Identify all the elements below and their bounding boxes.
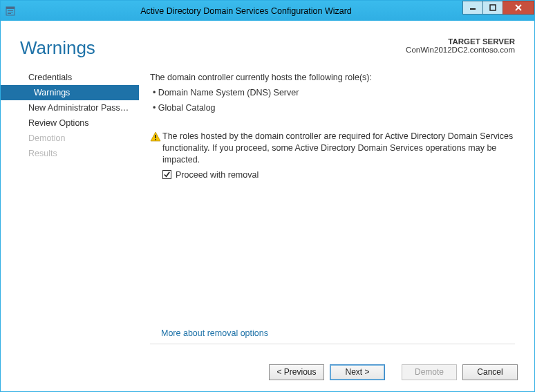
roles-intro-text: The domain controller currently hosts th… <box>150 73 515 82</box>
target-server-label: TARGET SERVER <box>406 37 515 46</box>
svg-rect-11 <box>155 139 156 140</box>
close-button[interactable] <box>503 1 534 15</box>
sidebar-item-new-admin-password[interactable]: New Administrator Passw... <box>1 100 139 115</box>
wizard-footer: < Previous Next > Demote Cancel <box>1 353 534 391</box>
svg-rect-2 <box>8 10 13 11</box>
cancel-button[interactable]: Cancel <box>462 364 518 380</box>
role-item: Global Catalog <box>153 103 515 113</box>
sidebar-item-review-options[interactable]: Review Options <box>1 115 139 131</box>
sidebar-item-warnings[interactable]: Warnings <box>1 85 139 100</box>
svg-rect-1 <box>6 7 15 9</box>
next-button[interactable]: Next > <box>330 364 385 380</box>
proceed-label: Proceed with removal <box>176 170 259 180</box>
minimize-button[interactable] <box>462 1 483 15</box>
sidebar-item-results: Results <box>1 146 139 161</box>
maximize-button[interactable] <box>482 1 503 15</box>
proceed-checkbox[interactable] <box>162 170 171 179</box>
role-item: Domain Name System (DNS) Server <box>153 88 515 97</box>
svg-rect-6 <box>490 5 496 10</box>
page-title: Warnings <box>20 37 95 59</box>
app-icon <box>1 6 20 17</box>
target-server-name: ConWin2012DC2.contoso.com <box>406 46 515 54</box>
sidebar-item-credentials[interactable]: Credentials <box>1 70 139 85</box>
warning-icon <box>150 131 162 166</box>
target-server-block: TARGET SERVER ConWin2012DC2.contoso.com <box>406 37 515 59</box>
sidebar-item-demotion: Demotion <box>1 131 139 146</box>
step-sidebar: Credentials Warnings New Administrator P… <box>1 66 139 338</box>
previous-button[interactable]: < Previous <box>269 364 324 380</box>
warning-text: The roles hosted by the domain controlle… <box>162 131 515 166</box>
title-bar: Active Directory Domain Services Configu… <box>1 1 534 21</box>
main-panel: The domain controller currently hosts th… <box>139 66 515 338</box>
svg-rect-10 <box>155 135 156 138</box>
more-about-removal-link[interactable]: More about removal options <box>150 328 515 338</box>
svg-rect-3 <box>8 12 13 12</box>
svg-rect-4 <box>8 13 11 14</box>
demote-button: Demote <box>402 364 457 380</box>
separator <box>150 344 515 344</box>
window-title: Active Directory Domain Services Configu… <box>20 6 534 16</box>
